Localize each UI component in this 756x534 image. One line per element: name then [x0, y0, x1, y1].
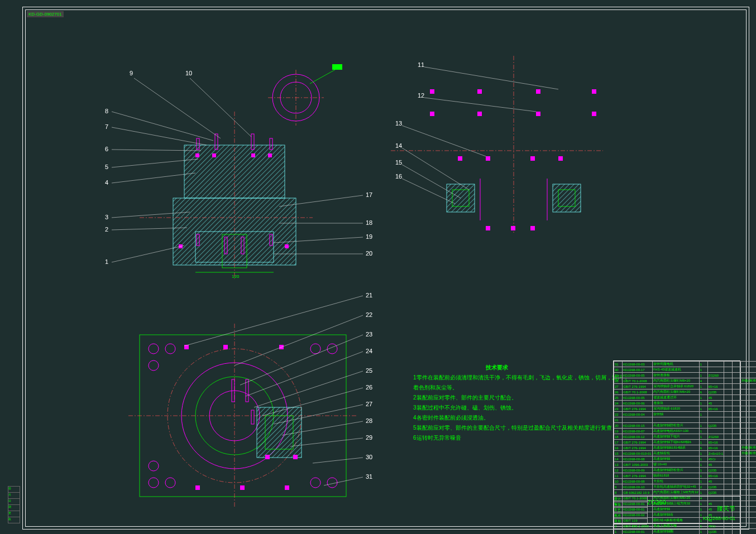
drawing-name: 腰关节 — [717, 504, 735, 513]
svg-rect-122 — [265, 455, 270, 459]
svg-line-34 — [190, 78, 251, 137]
svg-rect-75 — [458, 156, 462, 161]
svg-text:2: 2 — [105, 226, 108, 233]
svg-point-109 — [149, 461, 159, 471]
svg-point-111 — [165, 478, 175, 488]
svg-point-115 — [310, 478, 320, 488]
svg-rect-103 — [257, 407, 302, 458]
svg-text:1: 1 — [105, 258, 108, 265]
title-block: 设计审核工艺批准日期 ZG260 腰关节 KDJ268-00-01 — [613, 496, 740, 524]
svg-text:23: 23 — [366, 331, 372, 338]
view-front: 120 12 34 56 78 910 1718 1920 — [105, 70, 372, 279]
svg-rect-21 — [285, 244, 289, 248]
svg-rect-120 — [240, 485, 245, 490]
svg-text:29: 29 — [366, 434, 372, 441]
detail-circle — [268, 64, 342, 126]
svg-text:11: 11 — [418, 61, 424, 68]
svg-rect-77 — [530, 156, 535, 161]
svg-point-110 — [149, 478, 159, 488]
svg-line-128 — [235, 315, 363, 365]
svg-rect-117 — [223, 345, 228, 349]
svg-rect-79 — [486, 226, 490, 230]
svg-rect-123 — [293, 455, 298, 459]
view-plan: 2122 2324 2526 2728 2930 31 — [128, 292, 372, 508]
svg-text:21: 21 — [366, 292, 372, 299]
svg-line-130 — [246, 352, 363, 396]
svg-rect-69 — [536, 89, 540, 94]
svg-text:10: 10 — [185, 70, 192, 76]
svg-line-31 — [112, 127, 207, 145]
svg-point-107 — [165, 344, 175, 354]
project-material: ZG260 — [647, 499, 666, 506]
svg-text:30: 30 — [366, 454, 372, 460]
tech-title: 技术要求 — [413, 363, 581, 373]
svg-rect-78 — [558, 156, 563, 161]
svg-line-28 — [112, 173, 195, 183]
svg-text:7: 7 — [105, 123, 108, 130]
svg-rect-72 — [477, 112, 482, 116]
svg-text:16: 16 — [395, 173, 402, 180]
drawing-code: KDJ268-00-01 — [703, 516, 735, 521]
svg-text:3: 3 — [105, 214, 108, 220]
revision-tabs: 签名日期更改 — [8, 486, 20, 523]
svg-line-127 — [184, 296, 363, 346]
svg-rect-121 — [285, 485, 289, 490]
svg-text:24: 24 — [366, 348, 372, 354]
svg-rect-58 — [332, 64, 342, 70]
svg-line-129 — [240, 335, 363, 385]
technical-requirements: 技术要求 1零件在装配前必须清理和清洗干净，不得有毛刺，飞边，氧化皮，锈蚀，切屑… — [413, 363, 629, 443]
svg-rect-126 — [251, 410, 254, 424]
svg-rect-73 — [536, 112, 540, 116]
svg-rect-76 — [486, 156, 490, 161]
svg-text:27: 27 — [366, 401, 372, 407]
svg-line-136 — [313, 458, 363, 463]
svg-text:17: 17 — [366, 191, 372, 198]
svg-line-84 — [424, 67, 558, 89]
svg-rect-74 — [592, 112, 596, 116]
svg-text:5: 5 — [105, 163, 108, 170]
svg-text:12: 12 — [418, 92, 424, 99]
svg-text:25: 25 — [366, 367, 372, 374]
svg-rect-125 — [246, 379, 248, 402]
svg-text:4: 4 — [105, 179, 108, 186]
svg-rect-116 — [184, 345, 189, 349]
svg-line-57 — [310, 70, 335, 84]
svg-rect-17 — [212, 153, 216, 157]
svg-point-106 — [149, 344, 159, 354]
svg-line-86 — [402, 126, 486, 156]
svg-text:8: 8 — [105, 108, 108, 114]
svg-text:15: 15 — [395, 159, 402, 166]
svg-line-85 — [424, 98, 536, 112]
svg-text:19: 19 — [366, 233, 372, 240]
svg-text:120: 120 — [232, 274, 240, 279]
svg-rect-71 — [430, 112, 434, 116]
svg-line-132 — [262, 388, 363, 416]
svg-text:22: 22 — [366, 311, 372, 318]
svg-rect-67 — [430, 89, 434, 94]
svg-text:28: 28 — [366, 417, 372, 424]
svg-point-108 — [149, 360, 159, 371]
svg-text:31: 31 — [366, 473, 372, 480]
svg-text:18: 18 — [366, 219, 372, 226]
svg-point-114 — [327, 478, 337, 488]
svg-rect-16 — [195, 153, 199, 157]
svg-rect-81 — [530, 226, 535, 230]
svg-line-32 — [112, 112, 213, 141]
view-top-right: 1112 1314 1516 — [391, 56, 603, 234]
svg-point-113 — [310, 344, 320, 354]
svg-text:13: 13 — [395, 120, 402, 127]
svg-rect-119 — [195, 485, 200, 490]
svg-rect-18 — [251, 153, 255, 157]
svg-text:14: 14 — [395, 142, 402, 149]
svg-text:9: 9 — [130, 70, 133, 76]
svg-rect-68 — [477, 89, 482, 94]
svg-rect-70 — [592, 89, 596, 94]
svg-line-88 — [402, 165, 461, 198]
svg-rect-19 — [268, 153, 272, 157]
svg-line-33 — [134, 78, 221, 138]
svg-text:20: 20 — [366, 250, 372, 257]
svg-rect-63 — [553, 184, 581, 212]
svg-rect-80 — [511, 226, 515, 230]
svg-text:6: 6 — [105, 146, 108, 152]
svg-text:26: 26 — [366, 384, 372, 391]
